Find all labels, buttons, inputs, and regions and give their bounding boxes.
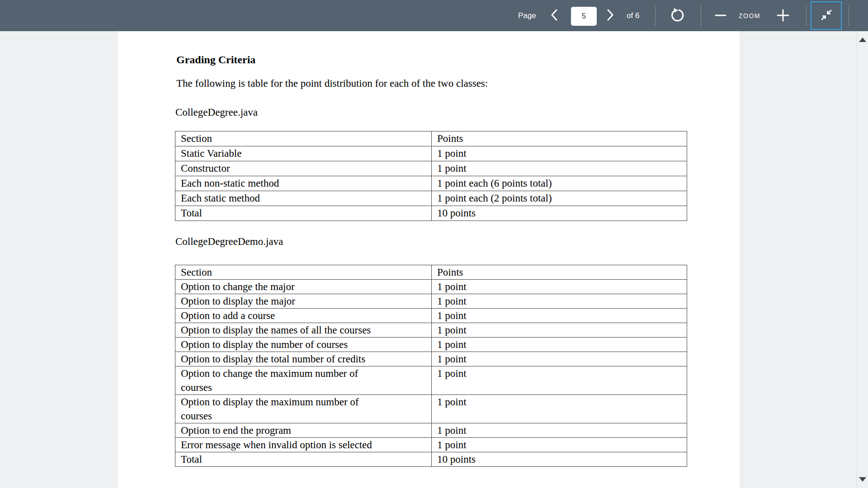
column-header-cell: Points [432, 265, 687, 280]
table-header-row: SectionPoints [175, 265, 687, 280]
table-cell: Option to display the major [175, 294, 432, 309]
grading-table-collegedegreedemo: SectionPointsOption to change the major1… [175, 265, 687, 467]
table-cell: 1 point each (2 points total) [432, 191, 687, 206]
collapse-fullscreen-icon [820, 8, 833, 23]
column-header-cell: Section [175, 265, 432, 280]
viewer-content-area: Grading Criteria The following is table … [0, 31, 868, 488]
table-caption-collegedegree: CollegeDegree.java [175, 107, 258, 118]
table-row: Option to change the major1 point [175, 280, 687, 294]
grading-table-collegedegree: SectionPointsStatic Variable1 pointConst… [175, 131, 687, 221]
vertical-scrollbar[interactable] [857, 31, 868, 488]
intro-paragraph: The following is table for the point dis… [176, 78, 488, 89]
table-cell: Constructor [175, 161, 432, 176]
table-cell: 1 point [432, 294, 687, 309]
collapse-fullscreen-button[interactable] [811, 1, 842, 30]
table-cell: 1 point [432, 352, 687, 366]
table-cell: Option to change the major [175, 280, 432, 294]
toolbar-divider [806, 6, 807, 26]
next-page-button[interactable] [603, 8, 618, 23]
rotate-counterclockwise-icon [670, 8, 685, 24]
table-cell: 1 point [432, 338, 687, 352]
plus-icon [777, 9, 789, 23]
table-cell: Option to display the names of all the c… [175, 323, 432, 338]
table-cell: 1 point [432, 438, 687, 452]
table-cell: Static Variable [175, 146, 432, 161]
page-count-label: of 6 [627, 0, 639, 31]
table-cell: Total [175, 452, 432, 467]
table-cell: Total [175, 206, 432, 221]
previous-page-button[interactable] [547, 8, 562, 23]
table-cell: Option to end the program [175, 423, 432, 438]
scroll-up-arrow-icon[interactable] [859, 38, 866, 42]
page-number-input[interactable] [571, 7, 597, 26]
table-cell: 1 point each (6 points total) [432, 176, 687, 191]
table-cell: 1 point [432, 366, 687, 395]
table-row: Option to display the maximum number of … [175, 395, 687, 423]
zoom-out-button[interactable] [712, 8, 729, 24]
toolbar-divider [701, 6, 701, 26]
table-row: Option to change the maximum number of c… [175, 366, 687, 395]
viewer-toolbar: Page of 6 [0, 0, 868, 31]
table-row: Total10 points [175, 206, 687, 221]
column-header-cell: Section [175, 131, 432, 146]
table-cell: 1 point [432, 146, 687, 161]
table-cell: 1 point [432, 423, 687, 438]
table-cell: Error message when invalid option is sel… [175, 438, 432, 452]
table-row: Static Variable1 point [175, 146, 687, 161]
table-row: Option to display the major1 point [175, 294, 687, 309]
minus-icon [715, 9, 726, 23]
table-caption-collegedegreedemo: CollegeDegreeDemo.java [175, 236, 283, 248]
table-cell: 1 point [432, 280, 687, 294]
table-cell: Each static method [175, 191, 432, 206]
table-cell: 1 point [432, 309, 687, 323]
page-label: Page [518, 0, 536, 31]
section-heading: Grading Criteria [176, 54, 255, 66]
zoom-label: ZOOM [739, 0, 760, 31]
column-header-cell: Points [432, 131, 687, 146]
table-row: Option to display the names of all the c… [175, 323, 687, 338]
table-row: Option to end the program1 point [175, 423, 687, 438]
table-row: Option to add a course1 point [175, 309, 687, 323]
table-cell: Option to display the total number of cr… [175, 352, 432, 366]
toolbar-divider [655, 6, 656, 26]
table-cell: Option to display the number of courses [175, 338, 432, 352]
document-viewer: Page of 6 [0, 0, 868, 488]
table-cell: Option to add a course [175, 309, 432, 323]
table-row: Error message when invalid option is sel… [175, 438, 687, 452]
table-cell: 10 points [432, 452, 687, 467]
table-cell: 1 point [432, 395, 687, 423]
table-row: Option to display the number of courses1… [175, 338, 687, 352]
table-row: Option to display the total number of cr… [175, 352, 687, 366]
table-cell: 10 points [432, 206, 687, 221]
table-row: Each static method1 point each (2 points… [175, 191, 687, 206]
rotate-button[interactable] [668, 7, 686, 25]
zoom-in-button[interactable] [775, 8, 791, 24]
table-row: Each non-static method1 point each (6 po… [175, 176, 687, 191]
table-cell: Each non-static method [175, 176, 432, 191]
scroll-down-arrow-icon[interactable] [859, 477, 866, 482]
table-header-row: SectionPoints [175, 131, 687, 146]
table-cell: 1 point [432, 161, 687, 176]
table-row: Total10 points [175, 452, 687, 467]
table-row: Constructor1 point [175, 161, 687, 176]
table-cell: 1 point [432, 323, 687, 338]
chevron-left-icon [551, 9, 558, 22]
toolbar-divider [849, 6, 849, 26]
document-page: Grading Criteria The following is table … [117, 31, 741, 488]
table-cell: Option to change the maximum number of c… [175, 366, 432, 395]
chevron-right-icon [607, 9, 614, 22]
table-cell: Option to display the maximum number of … [175, 395, 432, 423]
